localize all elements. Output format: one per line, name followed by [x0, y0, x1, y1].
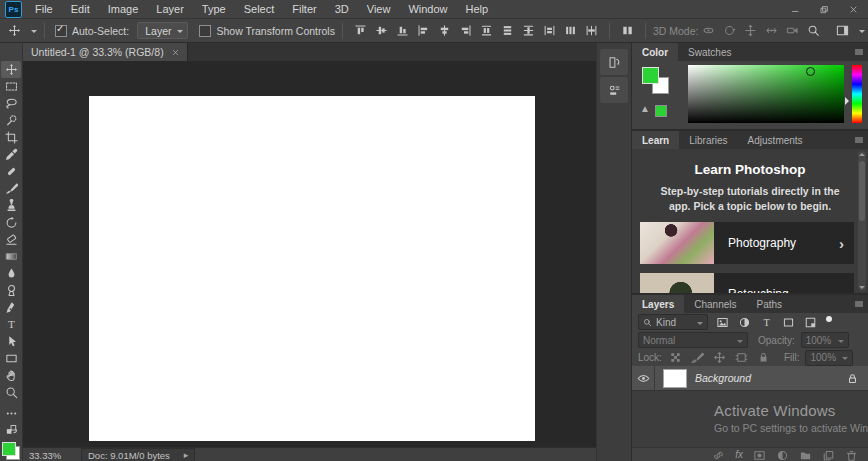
- filter-toggle-light[interactable]: [826, 316, 832, 322]
- align-top-edges-button[interactable]: [350, 21, 371, 40]
- menu-view[interactable]: View: [358, 0, 400, 18]
- tab-channels[interactable]: Channels: [684, 295, 746, 313]
- tab-layers[interactable]: Layers: [632, 295, 684, 313]
- menu-image[interactable]: Image: [99, 0, 148, 18]
- foreground-color-swatch-large[interactable]: [642, 67, 659, 84]
- learn-scrollbar[interactable]: [858, 151, 866, 291]
- color-panel-menu-button[interactable]: [854, 47, 864, 57]
- workspace-switcher-button[interactable]: [832, 21, 853, 40]
- menu-window[interactable]: Window: [399, 0, 456, 18]
- properties-panel-button[interactable]: [600, 77, 628, 103]
- auto-select-checkbox[interactable]: [55, 25, 67, 37]
- menu-3d[interactable]: 3D: [326, 0, 358, 18]
- pen-tool-button[interactable]: [1, 299, 21, 316]
- history-panel-button[interactable]: [600, 49, 628, 75]
- learn-card-retouching[interactable]: Retouching ›: [640, 273, 854, 295]
- crop-tool-button[interactable]: [1, 129, 21, 146]
- menu-filter[interactable]: Filter: [283, 0, 325, 18]
- learn-panel-menu-button[interactable]: [854, 135, 864, 145]
- scroll-up-icon[interactable]: [859, 153, 865, 156]
- show-transform-checkbox[interactable]: [199, 25, 211, 37]
- workspace-caret-icon[interactable]: [859, 30, 865, 36]
- blur-tool-button[interactable]: [1, 265, 21, 282]
- tab-paths[interactable]: Paths: [747, 295, 793, 313]
- type-tool-button[interactable]: T: [1, 316, 21, 333]
- dodge-tool-button[interactable]: [1, 282, 21, 299]
- rectangular-marquee-tool-button[interactable]: [1, 78, 21, 95]
- link-layers-button[interactable]: [712, 449, 725, 461]
- path-selection-tool-button[interactable]: [1, 333, 21, 350]
- layer-name[interactable]: Background: [695, 372, 846, 384]
- minimize-button[interactable]: [781, 0, 810, 18]
- new-layer-button[interactable]: [822, 449, 835, 461]
- auto-align-layers-button[interactable]: [617, 21, 638, 40]
- align-horizontal-centers-button[interactable]: [434, 21, 455, 40]
- move-tool-button[interactable]: [1, 61, 21, 78]
- search-button[interactable]: [803, 21, 824, 40]
- gamut-safe-color-chip[interactable]: [655, 105, 667, 117]
- auto-select-target-dropdown[interactable]: Layer: [137, 22, 188, 39]
- layer-locked-indicator[interactable]: [846, 372, 859, 385]
- menu-select[interactable]: Select: [235, 0, 284, 18]
- filter-pixel-layers-button[interactable]: [714, 314, 730, 330]
- gradient-tool-button[interactable]: [1, 248, 21, 265]
- history-brush-tool-button[interactable]: [1, 214, 21, 231]
- delete-layer-button[interactable]: [845, 449, 858, 461]
- filter-shape-layers-button[interactable]: [780, 314, 796, 330]
- align-vertical-centers-button[interactable]: [371, 21, 392, 40]
- document-canvas[interactable]: [89, 96, 535, 441]
- menu-edit[interactable]: Edit: [62, 0, 99, 18]
- scroll-down-icon[interactable]: [859, 286, 865, 289]
- status-options-chevron-icon[interactable]: ▸: [184, 450, 189, 460]
- layers-panel-menu-button[interactable]: [854, 299, 864, 309]
- tab-color[interactable]: Color: [632, 43, 678, 61]
- menu-type[interactable]: Type: [193, 0, 235, 18]
- distribute-top-edges-button[interactable]: [476, 21, 497, 40]
- edit-toolbar-button[interactable]: [1, 405, 21, 422]
- add-layer-mask-button[interactable]: [753, 449, 766, 461]
- layer-visibility-toggle[interactable]: [632, 366, 655, 390]
- spot-healing-brush-tool-button[interactable]: [1, 163, 21, 180]
- filter-adjustment-layers-button[interactable]: [736, 314, 752, 330]
- eraser-tool-button[interactable]: [1, 231, 21, 248]
- distribute-right-edges-button[interactable]: [581, 21, 602, 40]
- canvas-pasteboard[interactable]: [23, 61, 596, 447]
- close-button[interactable]: [839, 0, 868, 18]
- foreground-background-swatches[interactable]: [2, 442, 20, 460]
- zoom-level-field[interactable]: 33.33%: [29, 450, 81, 461]
- menu-file[interactable]: File: [26, 0, 62, 18]
- layer-row-background[interactable]: Background: [632, 366, 868, 391]
- color-picker-ring-icon[interactable]: [806, 67, 815, 76]
- filter-type-layers-button[interactable]: T: [758, 314, 774, 330]
- new-adjustment-layer-button[interactable]: [776, 449, 789, 461]
- current-tool-preview[interactable]: [4, 21, 25, 40]
- tab-libraries[interactable]: Libraries: [679, 131, 737, 149]
- menu-layer[interactable]: Layer: [147, 0, 193, 18]
- align-right-edges-button[interactable]: [455, 21, 476, 40]
- tab-learn[interactable]: Learn: [632, 131, 679, 149]
- distribute-bottom-edges-button[interactable]: [518, 21, 539, 40]
- zoom-tool-button[interactable]: [1, 384, 21, 401]
- eyedropper-tool-button[interactable]: [1, 146, 21, 163]
- scrollbar-thumb[interactable]: [859, 161, 865, 221]
- restore-button[interactable]: [810, 0, 839, 18]
- tab-adjustments[interactable]: Adjustments: [738, 131, 813, 149]
- saturation-brightness-field[interactable]: [688, 65, 844, 123]
- filter-kind-dropdown[interactable]: Kind: [638, 314, 708, 330]
- clone-stamp-tool-button[interactable]: [1, 197, 21, 214]
- rectangle-tool-button[interactable]: [1, 350, 21, 367]
- document-tab[interactable]: Untitled-1 @ 33.3% (RGB/8): [23, 43, 188, 61]
- menu-help[interactable]: Help: [457, 0, 498, 18]
- learn-card-photography[interactable]: Photography ›: [640, 222, 854, 264]
- quick-selection-tool-button[interactable]: [1, 112, 21, 129]
- filter-smart-objects-button[interactable]: [802, 314, 818, 330]
- lasso-tool-button[interactable]: [1, 95, 21, 112]
- gamut-warning-icon[interactable]: ▲: [640, 103, 650, 114]
- align-bottom-edges-button[interactable]: [392, 21, 413, 40]
- new-group-button[interactable]: [799, 449, 812, 461]
- hand-tool-button[interactable]: [1, 367, 21, 384]
- tool-preset-caret-icon[interactable]: [31, 30, 37, 36]
- distribute-left-edges-button[interactable]: [539, 21, 560, 40]
- tab-swatches[interactable]: Swatches: [678, 43, 741, 61]
- distribute-vertical-centers-button[interactable]: [497, 21, 518, 40]
